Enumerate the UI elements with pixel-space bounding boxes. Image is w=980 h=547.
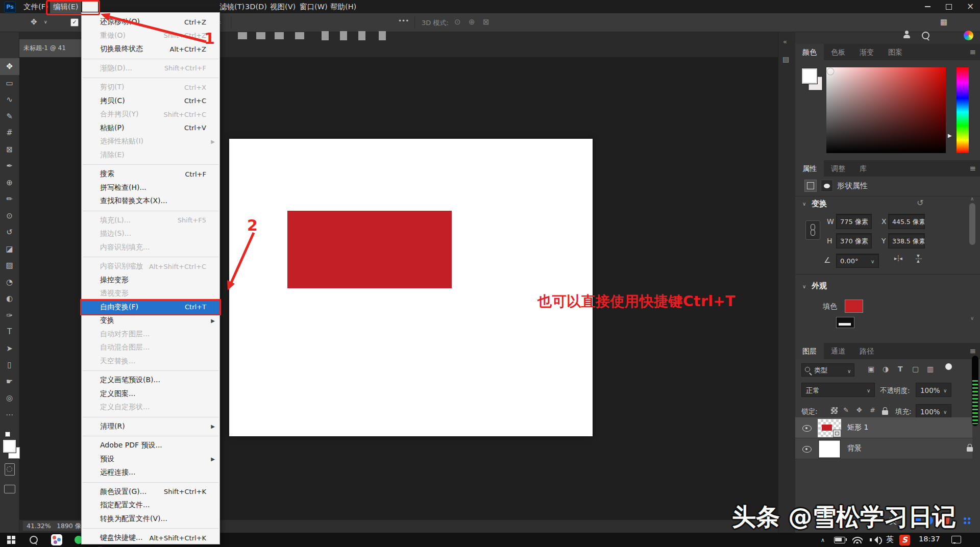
menu-item[interactable]: 自动对齐图层... bbox=[82, 328, 219, 341]
menu-item[interactable]: 清理(R)▶ bbox=[82, 420, 219, 434]
menu-item[interactable]: 远程连接... bbox=[82, 466, 219, 480]
lock-pixels-icon[interactable]: ✎ bbox=[843, 406, 849, 414]
align-center-horizontal-icon[interactable] bbox=[256, 32, 265, 39]
menu-item[interactable]: 转换为配置文件(V)... bbox=[82, 512, 219, 526]
menu-scroll-more-icon[interactable]: ▼ bbox=[82, 545, 219, 547]
menu-item[interactable]: 天空替换... bbox=[82, 355, 219, 368]
menu-3d[interactable]: 3D(D) bbox=[242, 0, 270, 13]
y-field[interactable]: 338.5 像素 bbox=[888, 233, 925, 248]
scroll-down-icon[interactable]: ∨ bbox=[970, 315, 974, 321]
stroke-color-swatch[interactable] bbox=[836, 317, 854, 328]
filter-adjustment-layers-icon[interactable]: ◑ bbox=[883, 365, 889, 373]
gradient-tool-icon[interactable]: ▨ bbox=[0, 257, 19, 274]
menu-item[interactable]: 切换最终状态Alt+Ctrl+Z bbox=[82, 42, 219, 56]
menu-item[interactable]: 颜色设置(G)...Shift+Ctrl+K bbox=[82, 485, 219, 499]
hue-slider[interactable] bbox=[957, 67, 969, 153]
default-colors-icon[interactable] bbox=[5, 432, 10, 437]
menu-item[interactable]: 拷贝(C)Ctrl+C bbox=[82, 94, 219, 108]
taskbar-search-icon[interactable] bbox=[30, 536, 38, 544]
share-colorful-icon[interactable] bbox=[964, 31, 973, 40]
opacity-dropdown-chevron-icon[interactable]: ∨ bbox=[943, 388, 947, 393]
filter-toggle-icon[interactable] bbox=[945, 363, 952, 370]
3d-pan-icon[interactable]: ⊕ bbox=[469, 17, 475, 27]
fill-color-swatch[interactable] bbox=[845, 300, 863, 313]
more-align-options-button[interactable]: ••• bbox=[398, 17, 409, 24]
filter-shape-layers-icon[interactable]: ▢ bbox=[912, 365, 919, 373]
quick-selection-tool-icon[interactable]: ✎ bbox=[0, 108, 19, 125]
document-canvas[interactable] bbox=[229, 139, 593, 436]
show-transform-controls-checkbox[interactable]: ✓ bbox=[70, 18, 79, 27]
tab-swatches[interactable]: 色板 bbox=[824, 44, 852, 60]
filter-type-layers-icon[interactable]: T bbox=[898, 365, 903, 373]
history-brush-tool-icon[interactable]: ↺ bbox=[0, 224, 19, 241]
foreground-color-swatch[interactable] bbox=[3, 440, 16, 453]
tab-color[interactable]: 颜色 bbox=[795, 44, 824, 60]
clock[interactable]: 18:37 bbox=[919, 535, 940, 543]
menu-item[interactable]: 内容识别缩放Alt+Shift+Ctrl+C bbox=[82, 260, 219, 274]
align-right-icon[interactable] bbox=[275, 32, 284, 39]
layer-visibility-eye-icon[interactable] bbox=[802, 425, 812, 432]
menu-item[interactable]: 还原移动(O)Ctrl+Z bbox=[82, 15, 219, 29]
close-button[interactable]: × bbox=[961, 0, 980, 13]
transform-properties-icon[interactable] bbox=[804, 180, 817, 192]
menu-item[interactable]: 内容识别填充... bbox=[82, 241, 219, 255]
workspace-layout-icon[interactable]: ▦ bbox=[940, 17, 947, 27]
menu-item[interactable]: 填充(L)...Shift+F5 bbox=[82, 214, 219, 228]
layers-scrollbar[interactable] bbox=[972, 356, 978, 426]
eyedropper-tool-icon[interactable]: ✒ bbox=[0, 158, 19, 175]
expand-dock-chevron-icon[interactable]: « bbox=[783, 38, 787, 45]
frame-tool-icon[interactable]: ⊠ bbox=[0, 141, 19, 158]
battery-icon[interactable] bbox=[834, 537, 845, 543]
hidden-icons-chevron-icon[interactable]: ∧ bbox=[821, 537, 825, 543]
mask-properties-icon[interactable] bbox=[821, 180, 833, 192]
panel-menu-icon[interactable]: ≡ bbox=[969, 47, 976, 57]
panel-menu-icon[interactable]: ≡ bbox=[969, 164, 976, 173]
crop-tool-icon[interactable]: # bbox=[0, 125, 19, 141]
dodge-tool-icon[interactable]: ◐ bbox=[0, 290, 19, 307]
distribute-horizontal-icon[interactable] bbox=[295, 32, 304, 39]
menu-item[interactable]: 操控变形 bbox=[82, 274, 219, 287]
volume-icon[interactable] bbox=[870, 536, 880, 543]
hue-slider-pointer-icon[interactable]: ▶ bbox=[948, 133, 952, 138]
action-center-icon[interactable] bbox=[951, 536, 961, 543]
properties-scrollbar[interactable] bbox=[969, 203, 975, 245]
width-field[interactable]: 775 像素 bbox=[836, 214, 872, 229]
tab-libraries[interactable]: 库 bbox=[852, 160, 874, 177]
filter-pixel-layers-icon[interactable]: ▣ bbox=[868, 365, 874, 373]
blur-tool-icon[interactable]: ◔ bbox=[0, 274, 19, 291]
filter-dropdown-chevron-icon[interactable]: ∨ bbox=[847, 368, 851, 374]
collapse-appearance-chevron-icon[interactable]: ∨ bbox=[802, 284, 806, 289]
align-center-vertical-icon[interactable] bbox=[340, 31, 347, 40]
menu-item[interactable]: 定义图案... bbox=[82, 387, 219, 401]
menu-item[interactable]: 查找和替换文本(X)... bbox=[82, 194, 219, 208]
tab-properties[interactable]: 属性 bbox=[795, 160, 824, 177]
menu-item[interactable]: 渐隐(D)...Shift+Ctrl+F bbox=[82, 62, 219, 76]
screen-mode-icon[interactable] bbox=[4, 485, 15, 493]
flip-horizontal-icon[interactable]: ▸┆◂ bbox=[894, 255, 902, 262]
foreground-color-swatch-panel[interactable] bbox=[802, 68, 817, 84]
menu-item[interactable]: 拼写检查(H)... bbox=[82, 181, 219, 195]
menu-item[interactable]: 变换▶ bbox=[82, 314, 219, 328]
menu-item[interactable]: 粘贴(P)Ctrl+V bbox=[82, 121, 219, 135]
collapsed-panel-icon[interactable]: ▤ bbox=[782, 55, 789, 63]
height-field[interactable]: 370 像素 bbox=[836, 233, 872, 248]
path-selection-tool-icon[interactable]: ➤ bbox=[0, 340, 19, 357]
color-saturation-field[interactable] bbox=[826, 67, 946, 153]
taskbar-app-icon[interactable] bbox=[51, 534, 62, 545]
tab-patterns[interactable]: 图案 bbox=[881, 44, 910, 60]
scroll-up-icon[interactable]: ∧ bbox=[970, 196, 974, 202]
menu-window[interactable]: 窗口(W) bbox=[297, 0, 331, 13]
fill-dropdown-chevron-icon[interactable]: ∨ bbox=[943, 409, 947, 415]
3d-orbit-icon[interactable]: ⊙ bbox=[454, 17, 461, 27]
edit-toolbar-icon[interactable]: ⋯ bbox=[0, 407, 19, 424]
tab-paths[interactable]: 路径 bbox=[852, 343, 881, 359]
document-tab[interactable]: 未标题-1 @ 41 bbox=[19, 39, 91, 57]
zoom-tool-icon[interactable]: ◎ bbox=[0, 390, 19, 407]
eraser-tool-icon[interactable]: ◪ bbox=[0, 241, 19, 258]
layer-thumbnail[interactable] bbox=[819, 440, 840, 458]
layer-name[interactable]: 矩形 1 bbox=[847, 423, 868, 432]
menu-item[interactable]: Adobe PDF 预设... bbox=[82, 439, 219, 453]
wifi-icon[interactable] bbox=[852, 536, 863, 543]
menu-help[interactable]: 帮助(H) bbox=[327, 0, 359, 13]
blend-dropdown-chevron-icon[interactable]: ∨ bbox=[867, 388, 870, 393]
